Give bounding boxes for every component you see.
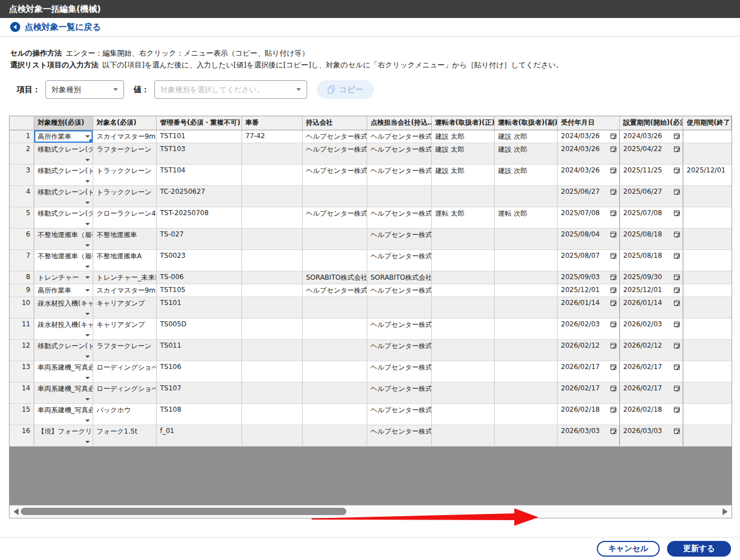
- calendar-icon[interactable]: [674, 167, 680, 175]
- copy-button[interactable]: コピー: [317, 80, 374, 99]
- cell-inspection-company[interactable]: SORABITO株式会社: [367, 271, 432, 284]
- cell-bring-company[interactable]: [303, 425, 367, 446]
- cell-use-end-date[interactable]: [683, 143, 732, 164]
- column-header[interactable]: 運転者(取扱者)(正): [432, 116, 495, 130]
- cell-install-start-date[interactable]: 2025/09/30: [620, 271, 683, 284]
- cell-install-start-date[interactable]: 2025/12/01: [620, 284, 683, 297]
- cell-receipt-date[interactable]: 2025/12/01: [558, 284, 620, 297]
- cell-driver-primary[interactable]: [432, 340, 495, 361]
- cell-driver-primary[interactable]: [432, 425, 495, 446]
- row-number[interactable]: 16: [10, 425, 34, 446]
- cell-target-name[interactable]: 不整地運搬車: [93, 229, 157, 249]
- calendar-icon[interactable]: [674, 342, 680, 350]
- calendar-icon[interactable]: [610, 321, 616, 329]
- calendar-icon[interactable]: [610, 274, 616, 282]
- cell-car-number[interactable]: [242, 383, 303, 403]
- cell-driver-primary[interactable]: [432, 383, 495, 403]
- cell-bring-company[interactable]: [303, 229, 367, 249]
- column-header[interactable]: 使用期間(終了): [683, 116, 732, 130]
- cell-driver-secondary[interactable]: 建設 次郎: [495, 130, 558, 143]
- cell-bring-company[interactable]: [303, 186, 367, 207]
- cell-target-name[interactable]: ラフタークレーン: [93, 340, 157, 361]
- cell-target-name[interactable]: トラッククレーン: [93, 165, 157, 185]
- cell-car-number[interactable]: 77-42: [242, 130, 303, 143]
- cell-target-type[interactable]: 高所作業車: [34, 130, 93, 143]
- cell-inspection-company[interactable]: [367, 297, 432, 318]
- calendar-icon[interactable]: [610, 286, 616, 295]
- cell-receipt-date[interactable]: 2026/02/03: [558, 318, 620, 339]
- cell-use-end-date[interactable]: [683, 130, 732, 143]
- cell-use-end-date[interactable]: [683, 404, 732, 425]
- calendar-icon[interactable]: [610, 342, 616, 350]
- cell-receipt-date[interactable]: 2025/07/08: [558, 207, 620, 228]
- cell-receipt-date[interactable]: 2024/03/26: [558, 130, 620, 143]
- cell-driver-primary[interactable]: 運転 太郎: [432, 207, 495, 228]
- cell-inspection-company[interactable]: ヘルプセンター株式…: [367, 425, 432, 446]
- cell-driver-secondary[interactable]: [495, 404, 558, 425]
- cell-bring-company[interactable]: [303, 318, 367, 339]
- cell-bring-company[interactable]: ヘルプセンター株式…: [303, 130, 367, 143]
- cell-driver-primary[interactable]: [432, 284, 495, 297]
- calendar-icon[interactable]: [610, 299, 616, 308]
- cell-car-number[interactable]: [242, 250, 303, 271]
- calendar-icon[interactable]: [674, 210, 680, 218]
- cell-control-number[interactable]: TST104: [157, 165, 242, 185]
- cell-target-name[interactable]: バックホウ: [93, 404, 157, 425]
- cell-target-type[interactable]: 移動式クレーン(ト…: [34, 340, 93, 361]
- cell-car-number[interactable]: [242, 186, 303, 207]
- cell-use-end-date[interactable]: [683, 284, 732, 297]
- row-number[interactable]: 8: [10, 271, 34, 284]
- cell-target-name[interactable]: キャリアダンプ: [93, 318, 157, 339]
- cell-car-number[interactable]: [242, 229, 303, 249]
- calendar-icon[interactable]: [610, 406, 616, 415]
- cell-inspection-company[interactable]: [367, 186, 432, 207]
- cell-driver-secondary[interactable]: 建設 次郎: [495, 165, 558, 185]
- cell-driver-secondary[interactable]: [495, 186, 558, 207]
- row-number[interactable]: 7: [10, 250, 34, 271]
- cell-car-number[interactable]: [242, 404, 303, 425]
- cell-driver-primary[interactable]: [432, 186, 495, 207]
- cell-bring-company[interactable]: [303, 297, 367, 318]
- cell-control-number[interactable]: TS011: [157, 340, 242, 361]
- cell-driver-secondary[interactable]: [495, 250, 558, 271]
- cell-target-type[interactable]: 車両系建機_写真必須: [34, 361, 93, 382]
- cell-driver-primary[interactable]: [432, 271, 495, 284]
- cell-control-number[interactable]: TS-006: [157, 271, 242, 284]
- cell-target-type[interactable]: 疎水材投入機(キャ…: [34, 318, 93, 339]
- cell-receipt-date[interactable]: 2025/08/07: [558, 250, 620, 271]
- cell-bring-company[interactable]: ヘルプセンター株式…: [303, 207, 367, 228]
- cell-target-name[interactable]: トラッククレーン: [93, 186, 157, 207]
- cell-control-number[interactable]: TS106: [157, 361, 242, 382]
- cell-receipt-date[interactable]: 2025/09/03: [558, 271, 620, 284]
- column-header[interactable]: 受付年月日: [558, 116, 620, 130]
- cell-target-type[interactable]: 車両系建機_写真必須: [34, 404, 93, 425]
- cell-install-start-date[interactable]: 2025/07/08: [620, 207, 683, 228]
- cell-use-end-date[interactable]: [683, 383, 732, 403]
- cell-car-number[interactable]: [242, 297, 303, 318]
- cell-driver-primary[interactable]: 建設 太郎: [432, 165, 495, 185]
- cell-bring-company[interactable]: ヘルプセンター株式…: [303, 143, 367, 164]
- cell-target-type[interactable]: 【現】フォークリフ…: [34, 425, 93, 446]
- cell-use-end-date[interactable]: 2025/12/01: [683, 165, 732, 185]
- cell-use-end-date[interactable]: [683, 229, 732, 249]
- cell-bring-company[interactable]: [303, 250, 367, 271]
- cell-receipt-date[interactable]: 2026/03/03: [558, 425, 620, 446]
- row-number[interactable]: 14: [10, 383, 34, 403]
- column-header[interactable]: 対象名(必須): [93, 116, 157, 130]
- calendar-icon[interactable]: [610, 363, 616, 372]
- cell-bring-company[interactable]: [303, 383, 367, 403]
- row-number[interactable]: 6: [10, 229, 34, 249]
- cell-driver-secondary[interactable]: 運転 次郎: [495, 207, 558, 228]
- scroll-right-arrow-icon[interactable]: [723, 508, 728, 515]
- cell-inspection-company[interactable]: ヘルプセンター株式…: [367, 143, 432, 164]
- calendar-icon[interactable]: [674, 286, 680, 295]
- cell-bring-company[interactable]: [303, 361, 367, 382]
- cell-car-number[interactable]: [242, 165, 303, 185]
- cell-control-number[interactable]: TS107: [157, 383, 242, 403]
- cell-control-number[interactable]: TST105: [157, 284, 242, 297]
- calendar-icon[interactable]: [610, 145, 616, 154]
- cell-target-type[interactable]: 移動式クレーン(ト…: [34, 186, 93, 207]
- cell-target-type[interactable]: 不整地運搬車（履帯…: [34, 250, 93, 271]
- cell-driver-primary[interactable]: [432, 361, 495, 382]
- row-number[interactable]: 4: [10, 186, 34, 207]
